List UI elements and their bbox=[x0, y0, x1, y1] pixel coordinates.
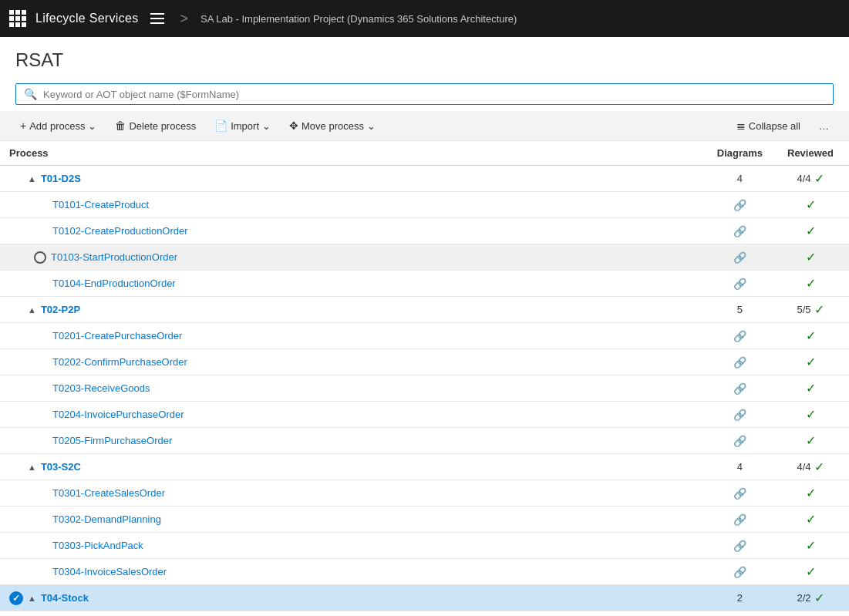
reviewed-check-icon: ✓ bbox=[814, 302, 824, 317]
child-diagrams: 🔗 bbox=[708, 428, 772, 454]
import-chevron: ⌄ bbox=[262, 120, 271, 132]
child-label-cell: T0104-EndProductionOrder bbox=[0, 271, 708, 297]
child-link[interactable]: T0304-InvoiceSalesOrder bbox=[52, 566, 167, 577]
table-row[interactable]: T0204-InvoicePurchaseOrder 🔗✓ bbox=[0, 402, 849, 428]
move-process-button[interactable]: ✥ Move process ⌄ bbox=[281, 116, 383, 136]
child-label-cell: T0203-ReceiveGoods bbox=[0, 375, 708, 402]
collapse-all-button[interactable]: ≣ Collapse all bbox=[729, 116, 808, 136]
child-link[interactable]: T0204-InvoicePurchaseOrder bbox=[52, 409, 184, 420]
toolbar-right: ≣ Collapse all … bbox=[729, 116, 837, 136]
table-row[interactable]: T0201-CreatePurchaseOrder 🔗✓ bbox=[0, 323, 849, 349]
table-row[interactable]: T0103-StartProductionOrder 🔗✓ bbox=[0, 244, 849, 271]
child-link[interactable]: T0201-CreatePurchaseOrder bbox=[52, 330, 182, 342]
child-link[interactable]: T0205-FirmPurchaseOrder bbox=[52, 435, 172, 446]
diagram-icon: 🔗 bbox=[733, 566, 746, 578]
table-row[interactable]: T0104-EndProductionOrder 🔗✓ bbox=[0, 271, 849, 297]
child-diagrams: 🔗 bbox=[708, 271, 772, 297]
child-label-cell: T0103-StartProductionOrder bbox=[0, 244, 708, 271]
group-reviewed: 5/5✓ bbox=[772, 297, 849, 323]
child-check-icon: ✓ bbox=[806, 224, 816, 237]
child-label-cell: T0205-FirmPurchaseOrder bbox=[0, 428, 708, 454]
table-row[interactable]: T0401-OnhandCheck 🔗✓ bbox=[0, 611, 849, 617]
child-diagrams: 🔗 bbox=[708, 349, 772, 375]
child-link[interactable]: T0303-PickAndPack bbox=[52, 540, 143, 551]
group-label: ▲ T03-S2C bbox=[9, 461, 699, 473]
diagram-icon: 🔗 bbox=[733, 513, 746, 526]
group-name[interactable]: T02-P2P bbox=[41, 304, 80, 315]
child-link[interactable]: T0102-CreateProductionOrder bbox=[52, 225, 188, 237]
child-label-cell: T0101-CreateProduct bbox=[0, 192, 708, 218]
child-label: T0202-ConfirmPurchaseOrder bbox=[9, 356, 699, 368]
diagram-icon: 🔗 bbox=[733, 382, 746, 395]
reviewed-check-icon: ✓ bbox=[814, 171, 824, 186]
child-diagrams: 🔗 bbox=[708, 507, 772, 533]
child-label-cell: T0401-OnhandCheck bbox=[0, 611, 708, 617]
group-label: ▲ T01-D2S bbox=[9, 173, 699, 184]
group-name[interactable]: T03-S2C bbox=[41, 461, 81, 473]
child-label: T0103-StartProductionOrder bbox=[9, 251, 699, 264]
add-process-chevron: ⌄ bbox=[88, 120, 96, 132]
child-label-cell: T0204-InvoicePurchaseOrder bbox=[0, 402, 708, 428]
search-input[interactable] bbox=[43, 89, 825, 100]
child-diagrams: 🔗 bbox=[708, 192, 772, 218]
group-label: ▲ T02-P2P bbox=[9, 304, 699, 315]
more-options-button[interactable]: … bbox=[811, 116, 837, 136]
reviewed-count: 2/2 bbox=[797, 592, 810, 604]
table-row[interactable]: T0101-CreateProduct 🔗✓ bbox=[0, 192, 849, 218]
child-label-cell: T0301-CreateSalesOrder bbox=[0, 480, 708, 507]
child-check-icon: ✓ bbox=[806, 382, 816, 395]
child-check-icon: ✓ bbox=[806, 408, 816, 421]
table-row[interactable]: T0301-CreateSalesOrder 🔗✓ bbox=[0, 480, 849, 507]
group-diagrams: 4 bbox=[708, 166, 772, 192]
child-label: T0104-EndProductionOrder bbox=[9, 278, 699, 289]
chevron-up-icon: ▲ bbox=[28, 174, 36, 183]
child-link[interactable]: T0301-CreateSalesOrder bbox=[52, 487, 165, 499]
delete-process-button[interactable]: 🗑 Delete process bbox=[107, 116, 204, 136]
chevron-up-icon: ▲ bbox=[28, 594, 36, 603]
child-check-icon: ✓ bbox=[806, 251, 816, 264]
child-link[interactable]: T0101-CreateProduct bbox=[52, 199, 149, 210]
child-label-cell: T0202-ConfirmPurchaseOrder bbox=[0, 349, 708, 375]
table-row[interactable]: T0304-InvoiceSalesOrder 🔗✓ bbox=[0, 559, 849, 585]
child-label: T0102-CreateProductionOrder bbox=[9, 225, 699, 237]
group-name[interactable]: T04-Stock bbox=[41, 592, 89, 604]
process-table: Process Diagrams Reviewed ▲ T01-D2S 44/4… bbox=[0, 141, 849, 616]
group-reviewed: 4/4✓ bbox=[772, 454, 849, 480]
import-button[interactable]: 📄 Import ⌄ bbox=[207, 116, 278, 136]
table-row-group[interactable]: ▲ T01-D2S 44/4✓ bbox=[0, 166, 849, 192]
child-link[interactable]: T0103-StartProductionOrder bbox=[51, 251, 177, 263]
search-icon: 🔍 bbox=[24, 88, 37, 100]
child-check-icon: ✓ bbox=[806, 355, 816, 369]
add-process-label: Add process bbox=[29, 120, 85, 132]
child-diagrams: 🔗 bbox=[708, 533, 772, 559]
child-reviewed: ✓ bbox=[772, 218, 849, 244]
search-bar: 🔍 bbox=[0, 77, 849, 111]
table-row[interactable]: T0102-CreateProductionOrder 🔗✓ bbox=[0, 218, 849, 244]
move-icon: ✥ bbox=[289, 119, 298, 132]
child-reviewed: ✓ bbox=[772, 428, 849, 454]
table-row[interactable]: T0302-DemandPlanning 🔗✓ bbox=[0, 507, 849, 533]
child-link[interactable]: T0203-ReceiveGoods bbox=[52, 382, 150, 394]
hamburger-menu[interactable] bbox=[147, 10, 167, 27]
table-row-group[interactable]: ▲ T02-P2P 55/5✓ bbox=[0, 297, 849, 323]
table-row[interactable]: T0202-ConfirmPurchaseOrder 🔗✓ bbox=[0, 349, 849, 375]
add-process-button[interactable]: + Add process ⌄ bbox=[12, 116, 104, 136]
table-row[interactable]: T0303-PickAndPack 🔗✓ bbox=[0, 533, 849, 559]
table-row-group[interactable]: ▲ T03-S2C 44/4✓ bbox=[0, 454, 849, 480]
group-label-cell: ▲ T02-P2P bbox=[0, 297, 708, 323]
table-row-group[interactable]: ✓ ▲ T04-Stock 22/2✓ bbox=[0, 585, 849, 611]
child-link[interactable]: T0202-ConfirmPurchaseOrder bbox=[52, 356, 187, 368]
diagram-icon: 🔗 bbox=[733, 409, 746, 421]
group-name[interactable]: T01-D2S bbox=[41, 173, 81, 184]
table-row[interactable]: T0205-FirmPurchaseOrder 🔗✓ bbox=[0, 428, 849, 454]
breadcrumb: SA Lab - Implementation Project (Dynamic… bbox=[200, 13, 517, 25]
group-reviewed: 4/4✓ bbox=[772, 166, 849, 192]
child-link[interactable]: T0302-DemandPlanning bbox=[52, 513, 161, 525]
child-diagrams: 🔗 bbox=[708, 323, 772, 349]
group-label-cell: ▲ T01-D2S bbox=[0, 166, 708, 192]
child-check-icon: ✓ bbox=[806, 486, 816, 500]
child-label: T0201-CreatePurchaseOrder bbox=[9, 330, 699, 342]
table-row[interactable]: T0203-ReceiveGoods 🔗✓ bbox=[0, 375, 849, 402]
child-link[interactable]: T0104-EndProductionOrder bbox=[52, 278, 176, 289]
app-grid-icon[interactable] bbox=[9, 10, 26, 27]
